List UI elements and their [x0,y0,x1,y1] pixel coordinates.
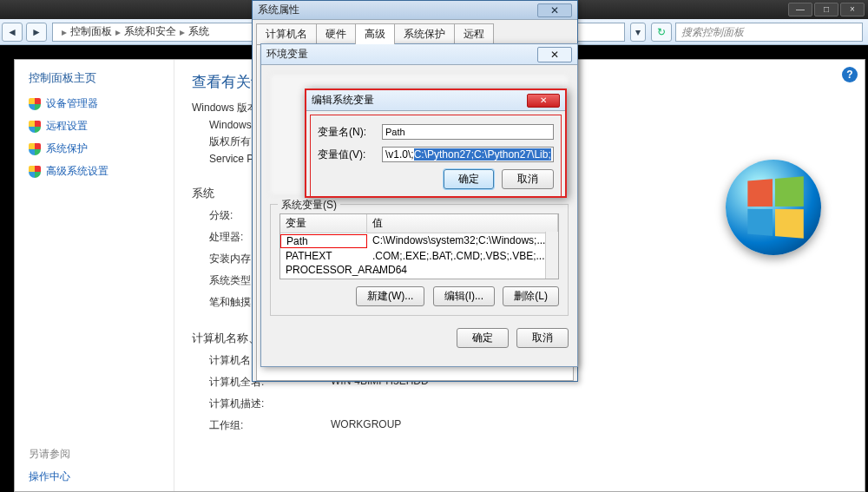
search-input[interactable]: 搜索控制面板 [675,23,863,42]
close-button[interactable]: ✕ [537,47,572,62]
system-variables-group: 系统变量(S) 变量 值 PathC:\Windows\system32;C:\… [270,204,569,316]
dialog-title: 系统属性 [258,3,299,17]
variable-row[interactable]: PathC:\Windows\system32;C:\Windows;... [280,233,558,249]
breadcrumb-item[interactable]: 系统和安全 [124,24,176,39]
sidebar-link-remote[interactable]: 远程设置 [29,119,174,134]
tab-4[interactable]: 远程 [454,23,494,44]
variable-value-label: 变量值(V): [318,148,382,162]
variable-name-input[interactable]: Path [382,124,554,140]
variable-row[interactable]: PROCESSOR_IDIntel64 Family 6 Model 94 St… [280,277,558,279]
sidebar-link-device-manager[interactable]: 设备管理器 [29,96,174,111]
close-button[interactable]: ✕ [527,94,560,108]
close-button[interactable]: × [840,3,865,16]
tab-0[interactable]: 计算机名 [256,23,317,44]
ok-button[interactable]: 确定 [457,328,509,348]
cancel-button[interactable]: 取消 [516,328,569,348]
dropdown-button[interactable]: ▾ [630,23,646,42]
tab-2[interactable]: 高级 [355,23,395,44]
column-header-variable[interactable]: 变量 [280,214,367,233]
sidebar-link-protection[interactable]: 系统保护 [29,141,174,156]
close-button[interactable]: ✕ [537,3,572,17]
windows-logo-icon [726,160,821,255]
edit-button[interactable]: 编辑(I)... [433,286,495,306]
dialog-title: 编辑系统变量 [312,93,374,108]
nav-back-button[interactable]: ◄ [2,23,23,42]
system-variables-list[interactable]: 变量 值 PathC:\Windows\system32;C:\Windows;… [279,213,559,279]
row-label: 工作组: [209,418,331,433]
variable-row[interactable]: PATHEXT.COM;.EXE;.BAT;.CMD;.VBS;.VBE;... [280,249,558,263]
cancel-button[interactable]: 取消 [502,169,554,189]
variable-name-label: 变量名(N): [318,125,382,140]
breadcrumb-sep: ▸ [115,26,121,38]
row-label: 计算机描述: [209,397,331,411]
sidebar-link-advanced[interactable]: 高级系统设置 [29,164,174,179]
delete-button[interactable]: 删除(L) [503,286,559,306]
new-button[interactable]: 新建(W)... [356,286,424,306]
scrollbar[interactable] [545,232,558,279]
refresh-button[interactable]: ↻ [651,23,672,42]
group-label: 系统变量(S) [278,198,340,213]
row-value: WORKGROUP [331,418,401,433]
tab-1[interactable]: 硬件 [316,23,356,44]
shield-icon [29,166,41,178]
sidebar-title: 控制面板主页 [29,70,174,86]
sidebar: 控制面板主页 设备管理器 远程设置 系统保护 高级系统设置 另请参阅 操作中心 … [15,60,174,491]
minimize-button[interactable]: — [788,3,812,16]
dialog-title: 环境变量 [266,47,308,62]
edit-system-variable-dialog: 编辑系统变量 ✕ 变量名(N): Path 变量值(V): \v1.0\;C:\… [305,89,567,198]
shield-icon [29,121,41,133]
tab-strip: 计算机名硬件高级系统保护远程 [253,20,577,44]
dialog-titlebar[interactable]: 编辑系统变量 ✕ [306,90,565,111]
column-header-value[interactable]: 值 [367,214,558,233]
breadcrumb-item[interactable]: 系统 [188,24,209,39]
breadcrumb-item[interactable]: 控制面板 [70,24,112,39]
see-also-header: 另请参阅 [29,447,174,462]
shield-icon [29,98,41,110]
ok-button[interactable]: 确定 [444,169,494,189]
shield-icon [29,143,41,155]
variable-value-input[interactable]: \v1.0\;C:\Python27;C:\Python27\Lib; [382,147,554,162]
variable-row[interactable]: PROCESSOR_AR...AMD64 [280,263,558,277]
breadcrumb-sep: ▸ [180,26,185,38]
tab-3[interactable]: 系统保护 [394,23,455,44]
dialog-titlebar[interactable]: 系统属性 ✕ [253,1,577,20]
dialog-titlebar[interactable]: 环境变量 ✕ [261,44,577,65]
nav-forward-button[interactable]: ► [26,23,47,42]
breadcrumb-sep: ▸ [62,26,67,38]
maximize-button[interactable]: □ [814,3,838,16]
sidebar-link-action-center[interactable]: 操作中心 [29,469,174,484]
